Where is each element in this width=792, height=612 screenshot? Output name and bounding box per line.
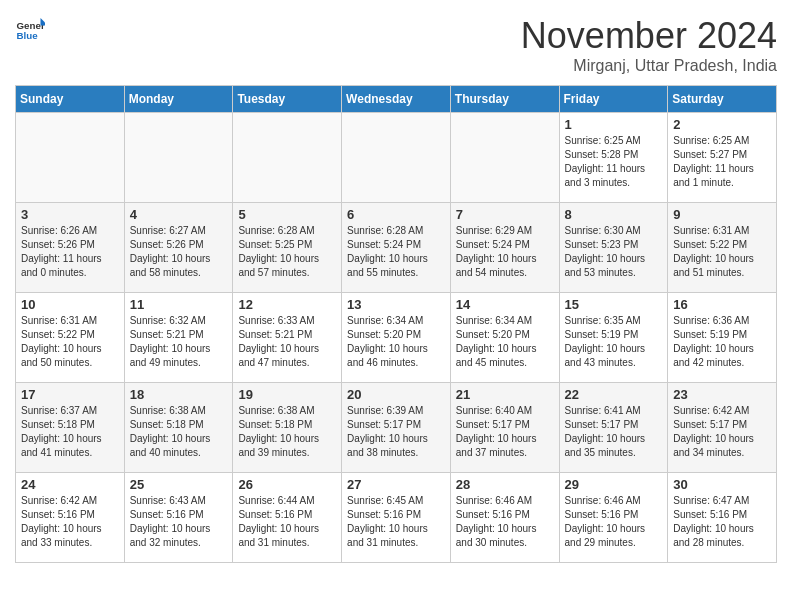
calendar-cell: 12Sunrise: 6:33 AM Sunset: 5:21 PM Dayli… bbox=[233, 293, 342, 383]
day-info: Sunrise: 6:30 AM Sunset: 5:23 PM Dayligh… bbox=[565, 224, 663, 280]
day-number: 7 bbox=[456, 207, 554, 222]
day-number: 19 bbox=[238, 387, 336, 402]
day-number: 5 bbox=[238, 207, 336, 222]
day-number: 10 bbox=[21, 297, 119, 312]
day-info: Sunrise: 6:41 AM Sunset: 5:17 PM Dayligh… bbox=[565, 404, 663, 460]
title-block: November 2024 Mirganj, Uttar Pradesh, In… bbox=[521, 15, 777, 75]
day-number: 2 bbox=[673, 117, 771, 132]
calendar-cell: 2Sunrise: 6:25 AM Sunset: 5:27 PM Daylig… bbox=[668, 113, 777, 203]
day-info: Sunrise: 6:33 AM Sunset: 5:21 PM Dayligh… bbox=[238, 314, 336, 370]
day-info: Sunrise: 6:38 AM Sunset: 5:18 PM Dayligh… bbox=[130, 404, 228, 460]
day-info: Sunrise: 6:34 AM Sunset: 5:20 PM Dayligh… bbox=[347, 314, 445, 370]
day-info: Sunrise: 6:45 AM Sunset: 5:16 PM Dayligh… bbox=[347, 494, 445, 550]
calendar-week: 24Sunrise: 6:42 AM Sunset: 5:16 PM Dayli… bbox=[16, 473, 777, 563]
calendar-week: 1Sunrise: 6:25 AM Sunset: 5:28 PM Daylig… bbox=[16, 113, 777, 203]
weekday-header: Saturday bbox=[668, 86, 777, 113]
calendar-cell: 17Sunrise: 6:37 AM Sunset: 5:18 PM Dayli… bbox=[16, 383, 125, 473]
day-number: 21 bbox=[456, 387, 554, 402]
day-number: 24 bbox=[21, 477, 119, 492]
calendar-cell: 24Sunrise: 6:42 AM Sunset: 5:16 PM Dayli… bbox=[16, 473, 125, 563]
calendar-cell: 25Sunrise: 6:43 AM Sunset: 5:16 PM Dayli… bbox=[124, 473, 233, 563]
day-number: 22 bbox=[565, 387, 663, 402]
day-number: 27 bbox=[347, 477, 445, 492]
day-info: Sunrise: 6:46 AM Sunset: 5:16 PM Dayligh… bbox=[456, 494, 554, 550]
day-info: Sunrise: 6:36 AM Sunset: 5:19 PM Dayligh… bbox=[673, 314, 771, 370]
day-number: 25 bbox=[130, 477, 228, 492]
calendar-cell: 4Sunrise: 6:27 AM Sunset: 5:26 PM Daylig… bbox=[124, 203, 233, 293]
calendar-cell: 7Sunrise: 6:29 AM Sunset: 5:24 PM Daylig… bbox=[450, 203, 559, 293]
day-info: Sunrise: 6:44 AM Sunset: 5:16 PM Dayligh… bbox=[238, 494, 336, 550]
day-number: 11 bbox=[130, 297, 228, 312]
day-info: Sunrise: 6:46 AM Sunset: 5:16 PM Dayligh… bbox=[565, 494, 663, 550]
day-number: 4 bbox=[130, 207, 228, 222]
month-title: November 2024 bbox=[521, 15, 777, 57]
calendar-table: SundayMondayTuesdayWednesdayThursdayFrid… bbox=[15, 85, 777, 563]
calendar-cell: 8Sunrise: 6:30 AM Sunset: 5:23 PM Daylig… bbox=[559, 203, 668, 293]
calendar-cell: 28Sunrise: 6:46 AM Sunset: 5:16 PM Dayli… bbox=[450, 473, 559, 563]
day-number: 17 bbox=[21, 387, 119, 402]
calendar-cell: 6Sunrise: 6:28 AM Sunset: 5:24 PM Daylig… bbox=[342, 203, 451, 293]
day-info: Sunrise: 6:28 AM Sunset: 5:24 PM Dayligh… bbox=[347, 224, 445, 280]
day-info: Sunrise: 6:38 AM Sunset: 5:18 PM Dayligh… bbox=[238, 404, 336, 460]
day-number: 6 bbox=[347, 207, 445, 222]
page-header: General Blue November 2024 Mirganj, Utta… bbox=[15, 15, 777, 75]
day-number: 29 bbox=[565, 477, 663, 492]
header-row: SundayMondayTuesdayWednesdayThursdayFrid… bbox=[16, 86, 777, 113]
day-number: 28 bbox=[456, 477, 554, 492]
day-info: Sunrise: 6:32 AM Sunset: 5:21 PM Dayligh… bbox=[130, 314, 228, 370]
day-number: 9 bbox=[673, 207, 771, 222]
weekday-header: Wednesday bbox=[342, 86, 451, 113]
weekday-header: Friday bbox=[559, 86, 668, 113]
day-number: 16 bbox=[673, 297, 771, 312]
day-number: 26 bbox=[238, 477, 336, 492]
calendar-cell bbox=[233, 113, 342, 203]
calendar-cell: 16Sunrise: 6:36 AM Sunset: 5:19 PM Dayli… bbox=[668, 293, 777, 383]
day-number: 3 bbox=[21, 207, 119, 222]
calendar-cell: 13Sunrise: 6:34 AM Sunset: 5:20 PM Dayli… bbox=[342, 293, 451, 383]
day-number: 15 bbox=[565, 297, 663, 312]
day-info: Sunrise: 6:43 AM Sunset: 5:16 PM Dayligh… bbox=[130, 494, 228, 550]
day-number: 23 bbox=[673, 387, 771, 402]
calendar-cell: 29Sunrise: 6:46 AM Sunset: 5:16 PM Dayli… bbox=[559, 473, 668, 563]
day-number: 14 bbox=[456, 297, 554, 312]
calendar-cell bbox=[342, 113, 451, 203]
day-info: Sunrise: 6:28 AM Sunset: 5:25 PM Dayligh… bbox=[238, 224, 336, 280]
calendar-cell: 9Sunrise: 6:31 AM Sunset: 5:22 PM Daylig… bbox=[668, 203, 777, 293]
calendar-cell: 1Sunrise: 6:25 AM Sunset: 5:28 PM Daylig… bbox=[559, 113, 668, 203]
calendar-cell: 11Sunrise: 6:32 AM Sunset: 5:21 PM Dayli… bbox=[124, 293, 233, 383]
logo: General Blue bbox=[15, 15, 45, 45]
day-info: Sunrise: 6:42 AM Sunset: 5:17 PM Dayligh… bbox=[673, 404, 771, 460]
day-info: Sunrise: 6:26 AM Sunset: 5:26 PM Dayligh… bbox=[21, 224, 119, 280]
weekday-header: Thursday bbox=[450, 86, 559, 113]
weekday-header: Monday bbox=[124, 86, 233, 113]
day-number: 13 bbox=[347, 297, 445, 312]
day-info: Sunrise: 6:27 AM Sunset: 5:26 PM Dayligh… bbox=[130, 224, 228, 280]
svg-text:Blue: Blue bbox=[17, 30, 39, 41]
weekday-header: Tuesday bbox=[233, 86, 342, 113]
day-info: Sunrise: 6:31 AM Sunset: 5:22 PM Dayligh… bbox=[673, 224, 771, 280]
calendar-cell: 23Sunrise: 6:42 AM Sunset: 5:17 PM Dayli… bbox=[668, 383, 777, 473]
day-number: 18 bbox=[130, 387, 228, 402]
calendar-cell: 21Sunrise: 6:40 AM Sunset: 5:17 PM Dayli… bbox=[450, 383, 559, 473]
logo-icon: General Blue bbox=[15, 15, 45, 45]
day-number: 30 bbox=[673, 477, 771, 492]
calendar-cell: 18Sunrise: 6:38 AM Sunset: 5:18 PM Dayli… bbox=[124, 383, 233, 473]
day-info: Sunrise: 6:29 AM Sunset: 5:24 PM Dayligh… bbox=[456, 224, 554, 280]
calendar-week: 10Sunrise: 6:31 AM Sunset: 5:22 PM Dayli… bbox=[16, 293, 777, 383]
day-number: 1 bbox=[565, 117, 663, 132]
calendar-week: 17Sunrise: 6:37 AM Sunset: 5:18 PM Dayli… bbox=[16, 383, 777, 473]
calendar-cell: 22Sunrise: 6:41 AM Sunset: 5:17 PM Dayli… bbox=[559, 383, 668, 473]
weekday-header: Sunday bbox=[16, 86, 125, 113]
day-number: 12 bbox=[238, 297, 336, 312]
calendar-cell bbox=[16, 113, 125, 203]
day-number: 8 bbox=[565, 207, 663, 222]
day-info: Sunrise: 6:35 AM Sunset: 5:19 PM Dayligh… bbox=[565, 314, 663, 370]
calendar-week: 3Sunrise: 6:26 AM Sunset: 5:26 PM Daylig… bbox=[16, 203, 777, 293]
day-info: Sunrise: 6:34 AM Sunset: 5:20 PM Dayligh… bbox=[456, 314, 554, 370]
day-info: Sunrise: 6:25 AM Sunset: 5:28 PM Dayligh… bbox=[565, 134, 663, 190]
calendar-cell: 3Sunrise: 6:26 AM Sunset: 5:26 PM Daylig… bbox=[16, 203, 125, 293]
day-number: 20 bbox=[347, 387, 445, 402]
calendar-cell bbox=[124, 113, 233, 203]
day-info: Sunrise: 6:40 AM Sunset: 5:17 PM Dayligh… bbox=[456, 404, 554, 460]
calendar-cell: 30Sunrise: 6:47 AM Sunset: 5:16 PM Dayli… bbox=[668, 473, 777, 563]
